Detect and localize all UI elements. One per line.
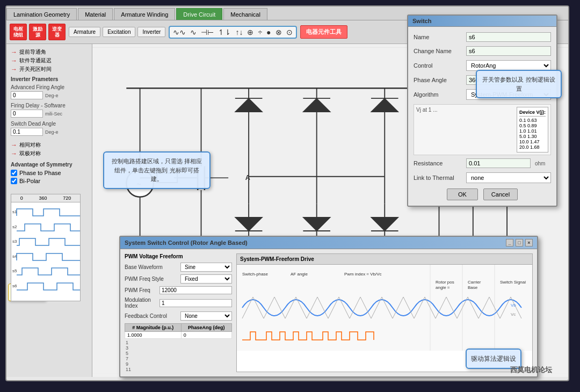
bipolar-checkbox[interactable] (11, 178, 17, 184)
pwm-freq-style-select[interactable]: Fixed (180, 274, 232, 284)
switch-dead-input[interactable] (11, 128, 43, 136)
excitation-btn[interactable]: 激励源 (29, 24, 46, 41)
tab-lamination[interactable]: Lamination Geometry (6, 8, 77, 20)
minimize-btn[interactable]: _ (506, 239, 513, 246)
dot-symbol[interactable]: ● (266, 28, 271, 37)
mod-index-input[interactable] (160, 299, 232, 307)
inverter-sub-btn[interactable]: Inverter (137, 27, 165, 37)
resistance-label: Resistance (414, 160, 462, 166)
svg-text:angle =: angle = (436, 285, 450, 290)
firing-delay-input[interactable] (11, 110, 43, 118)
firing-delay-unit: mili-Sec (45, 111, 62, 117)
phase-to-phase-checkbox[interactable] (11, 170, 17, 176)
feedback-row: Feedback Control None (125, 311, 232, 321)
switch-cancel-button[interactable]: Cancel (483, 188, 518, 200)
algorithm-label: Algorithm (414, 91, 462, 98)
advanced-firing-input[interactable] (11, 91, 43, 99)
feedback-label: Feedback Control (125, 313, 178, 319)
elec-tools-btn[interactable]: 电器元件工具 (300, 25, 347, 39)
vj-section: Vj at 1 ... Device V(j): 0.1 0.63 0.5 0.… (414, 104, 551, 155)
device-row-1: 0.1 0.63 (519, 118, 537, 123)
window-controls: _ □ × (506, 239, 533, 246)
svg-text:s6: s6 (12, 284, 17, 288)
device-row-3: 1.0 1.01 (519, 128, 537, 134)
resistance-input[interactable] (466, 158, 531, 168)
ok-button[interactable]: OK (447, 188, 478, 200)
symmetry-title: Advantage of Symmetry (11, 162, 88, 168)
change-name-row: Change Name (414, 46, 551, 56)
base-waveform-select[interactable]: Sine (180, 263, 232, 272)
tab-armature[interactable]: Armature Winding (114, 8, 175, 20)
ground-symbol[interactable]: ⊕ (247, 28, 253, 37)
armature-btn[interactable]: 电枢绕组 (10, 24, 27, 41)
pwm-chart-svg: Switch-phase AF angle Pwm index = Vb/Vc … (237, 265, 532, 351)
row-num-7: 7 (126, 356, 232, 361)
annotation-label4: 相间对称 (19, 141, 41, 149)
maximize-btn[interactable]: □ (516, 239, 523, 246)
tab-drive-circuit[interactable]: Drive Circuit (176, 8, 222, 20)
feedback-select[interactable]: None (180, 311, 232, 321)
svg-text:Base: Base (468, 285, 478, 290)
phase-angle-label: Phase Angle (414, 77, 462, 83)
resistor-symbol[interactable]: ∿∿ (173, 28, 186, 37)
link-thermal-select[interactable]: none (466, 172, 551, 183)
waveform-area: 0 360 720 s1 s2 s3 (11, 194, 81, 301)
waveform-svg: s1 s2 s3 s4 s5 (11, 202, 80, 296)
tab-material[interactable]: Material (78, 8, 113, 20)
switch-dead-row: Switch Dead Angle Deg-e (11, 121, 88, 136)
switch-dialog-buttons: OK Cancel (414, 188, 551, 200)
svg-text:s5: s5 (12, 268, 17, 273)
diode-symbol[interactable]: ÷ (258, 28, 262, 37)
mag-value: 1.0000 (125, 332, 182, 339)
circuit-callout: 控制电路搭建区域，只需选 择相应组件，单击左键拖到 光标即可搭建。 (103, 151, 211, 189)
inverter-btn[interactable]: 逆变器 (48, 24, 66, 41)
phase-col-header: PhaseAng (deg) (181, 324, 231, 332)
switch-callout-text: 开关管参数以及 控制逻辑设置 (482, 76, 555, 92)
capacitor-symbol[interactable]: ⊣⊢ (201, 28, 214, 37)
annotation-label5: 双极对称 (19, 150, 41, 157)
waveform-labels: 0 360 720 (11, 194, 80, 202)
svg-rect-101 (237, 265, 532, 351)
main-window: Lamination Geometry Material Armature Wi… (5, 5, 569, 381)
advanced-firing-row: Advanced Firing Angle Deg-e (11, 84, 88, 99)
circuit-symbols-bar: ∿∿ ∿ ⊣⊢ ↿⇂ ↑↓ ⊕ ÷ ● ⊗ ⊙ (169, 26, 296, 39)
pwm-freq-style-label: PWM Freq Style (125, 276, 178, 282)
svg-text:Switch Signal: Switch Signal (500, 280, 526, 285)
annotation-label1: 提前导通角 (19, 48, 46, 56)
voltage-source-symbol[interactable]: ↑↓ (235, 28, 243, 37)
control-select[interactable]: RotorAng (466, 60, 551, 71)
pwm-voltage-title: PWM Voltage Freeform (125, 253, 232, 259)
sub-buttons: Armature Excitation Inverter (69, 27, 165, 37)
arrow3-icon: → (11, 66, 17, 73)
pwm-freq-row: PWM Freq (125, 286, 232, 294)
inductor-symbol[interactable]: ∿ (190, 28, 197, 37)
ac-symbol[interactable]: ⊗ (276, 28, 282, 37)
excitation-sub-btn[interactable]: Excitation (103, 27, 135, 37)
mod-index-label: Modulation Index (125, 297, 157, 309)
pwm-freq-input[interactable] (160, 286, 232, 294)
change-name-input[interactable] (466, 46, 551, 56)
waveform-label-0: 0 (20, 195, 23, 201)
name-input[interactable] (466, 32, 551, 42)
switch-symbol[interactable]: ⊙ (286, 28, 293, 37)
current-source-symbol[interactable]: ↿⇂ (218, 28, 231, 37)
switch-dead-label: Switch Dead Angle (11, 121, 88, 127)
armature-sub-btn[interactable]: Armature (69, 27, 100, 37)
bipolar-row: Bi-Polar (11, 178, 88, 184)
device-col1-header: Device V(j): (519, 110, 546, 115)
svg-text:Carrier: Carrier (468, 280, 481, 285)
svg-text:Vc: Vc (511, 312, 516, 317)
base-waveform-row: Base Waveform Sine (125, 263, 232, 272)
mag-table-row: 1.0000 0 (125, 332, 232, 339)
tab-mechanical[interactable]: Mechanical (223, 8, 267, 20)
watermark: 西莫电机论坛 (510, 365, 552, 375)
device-row-6: 20.0 1.68 (519, 144, 540, 150)
annotation-label3: 开关死区时间 (19, 66, 52, 73)
arrow4-icon: → (11, 141, 17, 149)
close-btn[interactable]: × (525, 239, 533, 246)
link-thermal-label: Link to Thermal (414, 175, 462, 181)
switch-callout: 开关管参数以及 控制逻辑设置 (476, 70, 562, 98)
main-buttons: 电枢绕组 激励源 逆变器 (10, 24, 66, 41)
row-num-5: 5 (126, 351, 232, 356)
row-num-11: 11 (126, 367, 232, 372)
